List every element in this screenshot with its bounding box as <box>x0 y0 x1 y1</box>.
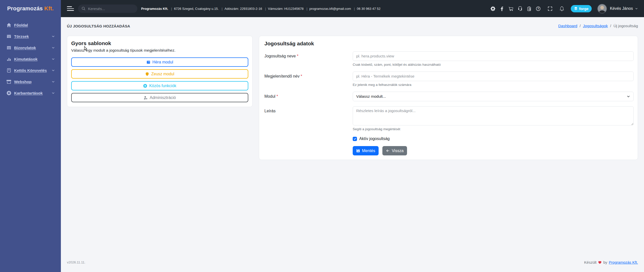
chevron-down-icon <box>52 80 55 83</box>
gear-icon <box>143 84 147 88</box>
button-label: Vissza <box>392 149 404 153</box>
app-window: Programozás Kft. Főoldal Törzsek Bizonyl… <box>0 0 644 272</box>
sidebar-item-bizonylatok[interactable]: Bizonylatok <box>0 42 61 53</box>
module-select[interactable]: Válassz modult... <box>353 92 634 101</box>
field-wrap: Ez jelenik meg a felhasználók számára <box>353 72 634 87</box>
sidebar-item-label: Kettős Könyvelés <box>14 68 47 73</box>
select-value: Válassz modult... <box>356 94 386 99</box>
sidebar-nav: Főoldal Törzsek Bizonylatok Kimutatások … <box>0 17 61 99</box>
heart-icon <box>598 260 602 264</box>
tasks-button[interactable] <box>527 6 532 11</box>
form-row: Leírás Segíti a jogosultság megértését <box>264 106 634 131</box>
card-title: Jogosultság adatok <box>264 41 634 47</box>
chevron-down-icon <box>52 57 55 61</box>
administration-button[interactable]: Adminisztráció <box>71 93 248 102</box>
sidebar-item-label: Karbantartások <box>14 91 43 95</box>
search-box[interactable] <box>78 5 137 13</box>
fullscreen-icon <box>548 6 552 11</box>
bar-chart-icon <box>7 57 11 61</box>
card-subtitle: Válassz egy modult a jogosultság típusok… <box>71 48 248 53</box>
field-helper: Ez jelenik meg a felhasználók számára <box>353 83 634 87</box>
journal-icon <box>7 68 11 73</box>
form-actions: Mentés Vissza <box>353 146 634 155</box>
field-wrap: Segíti a jogosultság megértését <box>353 106 634 131</box>
required-mark: * <box>276 94 278 98</box>
separator: | <box>265 7 266 11</box>
zeusz-module-button[interactable]: Zeusz modul <box>71 69 248 79</box>
active-permission-checkbox[interactable]: Aktív jogosultság <box>353 137 634 141</box>
gear-icon <box>7 91 11 95</box>
sidebar-item-kimutatasok[interactable]: Kimutatások <box>0 53 61 65</box>
checkbox-checked[interactable] <box>353 137 357 141</box>
button-label: Mentés <box>362 149 375 153</box>
arrow-left-icon <box>386 149 390 153</box>
company-tax-number: Adószám: 22931803-2-16 <box>224 7 262 11</box>
breadcrumb-current: Új jogosultság <box>614 24 638 28</box>
forge-badge[interactable]: forge <box>571 5 592 12</box>
breadcrumb-separator: / <box>610 24 611 28</box>
footer-credit: Készült by Programozás Kft. <box>584 260 638 264</box>
save-button[interactable]: Mentés <box>353 146 379 155</box>
brand-logo[interactable]: Programozás Kft. <box>0 0 61 17</box>
save-icon <box>356 149 360 153</box>
chevron-down-icon <box>635 7 638 10</box>
brand-name: Programozás <box>7 5 43 12</box>
sidebar-item-fooldal[interactable]: Főoldal <box>0 19 61 31</box>
support-button[interactable] <box>518 6 522 11</box>
breadcrumb-jogosultsagok[interactable]: Jogosultságok <box>583 24 608 28</box>
sidebar-item-webshop[interactable]: Webshop <box>0 76 61 87</box>
page-title: ÚJ JOGOSULTSÁG HOZZÁADÁSA <box>67 24 130 28</box>
company-info: Programozás Kft. |6726 Szeged, Csalogány… <box>141 7 380 11</box>
company-vat-number: Vámszám: HU12345678 <box>268 7 304 11</box>
separator: | <box>306 7 307 11</box>
person-gear-icon <box>144 96 148 100</box>
separator: | <box>354 7 355 11</box>
sidebar-item-kettos-konyveles[interactable]: Kettős Könyvelés <box>0 65 61 76</box>
user-menu[interactable]: Kévés János <box>597 4 638 14</box>
card-title: Gyors sablonok <box>71 40 248 46</box>
sidebar-item-label: Webshop <box>14 80 31 84</box>
footer-company-link[interactable]: Programozás Kft. <box>609 260 638 264</box>
columns-icon <box>7 34 11 39</box>
breadcrumb-dashboard[interactable]: Dashboard <box>558 24 577 28</box>
main-content: ÚJ JOGOSULTSÁG HOZZÁADÁSA Dashboard / Jo… <box>61 17 644 272</box>
permission-name-input[interactable] <box>353 51 634 61</box>
sidebar-item-torzsek[interactable]: Törzsek <box>0 31 61 42</box>
back-button[interactable]: Vissza <box>382 146 407 155</box>
sidebar-item-label: Kimutatások <box>14 57 37 61</box>
hera-module-button[interactable]: Héra modul <box>71 57 248 67</box>
brand-suffix: Kft. <box>44 5 54 12</box>
sidebar-item-karbantartasok[interactable]: Karbantartások <box>0 87 61 99</box>
notifications-button[interactable] <box>559 6 564 11</box>
field-wrap: Csak kisbetű, szám, pont, kötőjel és alá… <box>353 51 634 66</box>
home-icon <box>7 23 11 27</box>
display-name-input[interactable] <box>353 72 634 81</box>
fullscreen-button[interactable] <box>548 6 552 11</box>
field-helper: Csak kisbetű, szám, pont, kötőjel és alá… <box>353 63 634 66</box>
footer: v2026.11.11. Készült by Programozás Kft. <box>67 256 638 272</box>
field-helper: Segíti a jogosultság megértését <box>353 127 634 131</box>
credit-text: by <box>603 260 607 264</box>
cart-button[interactable] <box>509 6 513 11</box>
window-icon <box>146 60 150 64</box>
topbar: Programozás Kft. |6726 Szeged, Csalogány… <box>61 0 644 17</box>
menu-toggle-button[interactable] <box>67 6 74 12</box>
help-button[interactable] <box>536 6 541 11</box>
common-functions-button[interactable]: Közös funkciók <box>71 81 248 90</box>
description-textarea[interactable] <box>353 106 634 125</box>
separator: | <box>171 7 172 11</box>
forge-label: forge <box>579 7 589 11</box>
field-label: Modul * <box>264 92 353 101</box>
gear-icon <box>491 6 495 11</box>
user-name: Kévés János <box>610 6 633 11</box>
form-row: Megjelenítendő név * Ez jelenik meg a fe… <box>264 72 634 87</box>
search-input[interactable] <box>88 7 131 11</box>
chevron-down-icon <box>52 46 55 49</box>
permission-form-card: Jogosultság adatok Jogosultság neve * Cs… <box>259 36 638 160</box>
company-phone: 06 30 963 47 52 <box>357 7 380 11</box>
form-row: Jogosultság neve * Csak kisbetű, szám, p… <box>264 51 634 66</box>
required-mark: * <box>297 54 298 58</box>
facebook-button[interactable] <box>500 6 504 11</box>
topbar-actions: forge Kévés János <box>486 4 638 14</box>
settings-button[interactable] <box>491 6 495 11</box>
